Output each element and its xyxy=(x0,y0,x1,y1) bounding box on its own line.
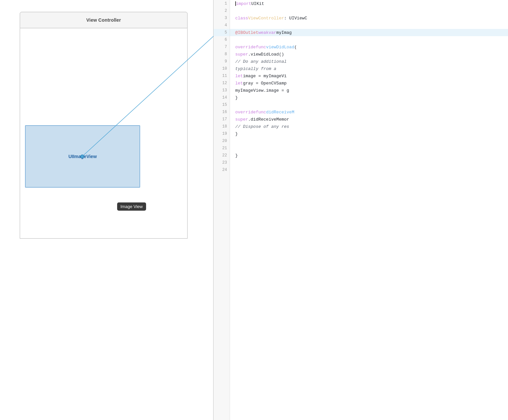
code-token: didReceiveM xyxy=(266,110,294,114)
code-token: override xyxy=(235,110,256,114)
code-token: func xyxy=(256,110,266,114)
code-line-9: // Do any additional xyxy=(230,58,508,65)
code-line-23 xyxy=(230,159,508,166)
code-token: myImageView.image = g xyxy=(235,88,289,93)
code-token: @IBOutlet xyxy=(235,31,258,35)
code-line-18: // Dispose of any res xyxy=(230,123,508,130)
code-token: ViewController xyxy=(248,16,284,20)
code-line-17: super.didReceiveMemor xyxy=(230,116,508,123)
vc-title: View Controller xyxy=(86,17,121,23)
code-token: : UIViewC xyxy=(284,16,307,20)
view-controller-container: View Controller UIImageView Image View xyxy=(20,12,188,242)
line-number-19: 19 xyxy=(214,130,230,137)
code-token: let xyxy=(235,81,243,85)
code-token: // Dispose of any res xyxy=(235,125,289,129)
code-line-12: let gray = OpenCVSamp xyxy=(230,80,508,87)
code-token: func xyxy=(256,45,266,49)
code-line-7: override func viewDidLoad( xyxy=(230,43,508,51)
line-number-8: 8 xyxy=(214,51,230,58)
code-content-area[interactable]: import UIKitclass ViewController: UIView… xyxy=(230,0,508,420)
code-line-21 xyxy=(230,145,508,152)
line-numbers-gutter: 123456789101112131415161718192021222324 xyxy=(214,0,230,420)
code-token: ( xyxy=(294,45,297,49)
code-line-11: let image = myImageVi xyxy=(230,72,508,80)
code-token: UIKit xyxy=(251,2,264,6)
line-number-5: 5 xyxy=(214,29,230,36)
code-line-1: import UIKit xyxy=(230,0,508,7)
code-token: image = myImageVi xyxy=(243,74,287,78)
code-line-10: typically from a xyxy=(230,65,508,72)
line-number-10: 10 xyxy=(214,65,230,72)
code-token: } xyxy=(235,96,238,100)
line-number-9: 9 xyxy=(214,58,230,65)
code-token: .didReceiveMemor xyxy=(248,117,289,122)
line-number-18: 18 xyxy=(214,123,230,130)
line-number-14: 14 xyxy=(214,94,230,101)
code-line-3: class ViewController: UIViewC xyxy=(230,14,508,22)
code-token: var xyxy=(268,31,276,35)
code-line-2 xyxy=(230,7,508,14)
code-editor-panel: 123456789101112131415161718192021222324 … xyxy=(214,0,508,420)
vc-title-bar: View Controller xyxy=(20,12,188,28)
code-line-15 xyxy=(230,101,508,108)
line-number-15: 15 xyxy=(214,101,230,108)
line-number-6: 6 xyxy=(214,36,230,43)
code-token: viewDidLoad xyxy=(266,45,294,49)
code-line-14: } xyxy=(230,94,508,101)
line-number-7: 7 xyxy=(214,43,230,51)
line-number-17: 17 xyxy=(214,116,230,123)
line-number-16: 16 xyxy=(214,108,230,116)
line-number-1: 1 xyxy=(214,0,230,7)
line-number-22: 22 xyxy=(214,152,230,159)
code-line-5: @IBOutlet weak var myImag xyxy=(230,29,508,36)
line-number-20: 20 xyxy=(214,137,230,145)
code-token: .viewDidLoad() xyxy=(248,52,284,57)
line-number-24: 24 xyxy=(214,166,230,174)
line-number-12: 12 xyxy=(214,80,230,87)
code-token: // Do any additional xyxy=(235,59,287,64)
code-token: super xyxy=(235,52,248,57)
interface-builder-panel: View Controller UIImageView Image View xyxy=(0,0,214,420)
code-line-4 xyxy=(230,22,508,29)
code-token: override xyxy=(235,45,256,49)
code-token: super xyxy=(235,117,248,122)
code-token: myImag xyxy=(276,31,292,35)
code-token: let xyxy=(235,74,243,78)
line-number-11: 11 xyxy=(214,72,230,80)
code-token: class xyxy=(235,16,248,20)
code-line-6 xyxy=(230,36,508,43)
line-number-2: 2 xyxy=(214,7,230,14)
code-line-16: override func didReceiveM xyxy=(230,108,508,116)
code-token: gray = OpenCVSamp xyxy=(243,81,287,85)
line-number-4: 4 xyxy=(214,22,230,29)
code-token: } xyxy=(235,132,238,136)
code-token: weak xyxy=(258,31,268,35)
code-token: } xyxy=(235,153,238,158)
line-number-13: 13 xyxy=(214,87,230,94)
code-line-13: myImageView.image = g xyxy=(230,87,508,94)
code-line-22: } xyxy=(230,152,508,159)
code-line-24 xyxy=(230,166,508,174)
line-number-23: 23 xyxy=(214,159,230,166)
uiimageview-label: UIImageView xyxy=(68,154,97,159)
uiimageview-element[interactable]: UIImageView xyxy=(25,125,140,188)
code-line-19: } xyxy=(230,130,508,137)
vc-body: UIImageView Image View xyxy=(20,28,188,239)
line-number-21: 21 xyxy=(214,145,230,152)
code-token: import xyxy=(236,2,251,6)
code-line-8: super.viewDidLoad() xyxy=(230,51,508,58)
imageview-tooltip: Image View xyxy=(117,202,146,211)
code-token: typically from a xyxy=(235,67,276,71)
line-number-3: 3 xyxy=(214,14,230,22)
code-line-20 xyxy=(230,137,508,145)
